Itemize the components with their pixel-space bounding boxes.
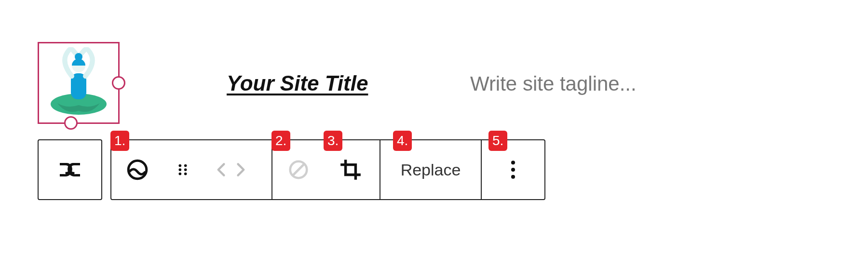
site-logo-image: [43, 47, 114, 119]
annotation-2: 2.: [271, 131, 290, 151]
site-title-link[interactable]: Your Site Title: [227, 71, 368, 95]
move-arrows-icon: [214, 159, 248, 180]
toolbar-parent-box: [38, 139, 102, 200]
svg-point-13: [511, 161, 515, 164]
annotation-3: 3.: [324, 131, 342, 151]
move-block-button[interactable]: [202, 140, 260, 199]
annotation-4: 4.: [393, 131, 412, 151]
annotation-1: 1.: [110, 131, 129, 151]
annotation-5: 5.: [488, 131, 507, 151]
drag-handle-icon: [175, 162, 191, 178]
drag-handle[interactable]: [163, 140, 202, 199]
svg-point-6: [184, 164, 187, 167]
site-tagline-input[interactable]: Write site tagline...: [470, 72, 637, 95]
svg-point-14: [511, 168, 515, 172]
svg-point-5: [179, 164, 182, 167]
svg-point-7: [179, 168, 182, 171]
site-logo-block[interactable]: [38, 42, 120, 124]
kebab-menu-icon: [510, 159, 516, 180]
crop-icon: [339, 158, 363, 182]
svg-line-12: [293, 164, 304, 175]
select-parent-button[interactable]: [39, 140, 101, 199]
resize-handle-right[interactable]: [112, 76, 125, 90]
block-toolbar: 1. 2.: [110, 139, 545, 200]
svg-point-9: [179, 173, 182, 175]
svg-point-15: [511, 175, 515, 179]
replace-button-label: Replace: [401, 161, 461, 179]
svg-point-8: [184, 168, 187, 171]
resize-handle-bottom[interactable]: [64, 116, 78, 130]
select-parent-icon: [56, 156, 83, 183]
site-logo-block-icon: [125, 158, 149, 182]
no-link-icon: [287, 159, 310, 181]
svg-point-10: [184, 173, 187, 175]
